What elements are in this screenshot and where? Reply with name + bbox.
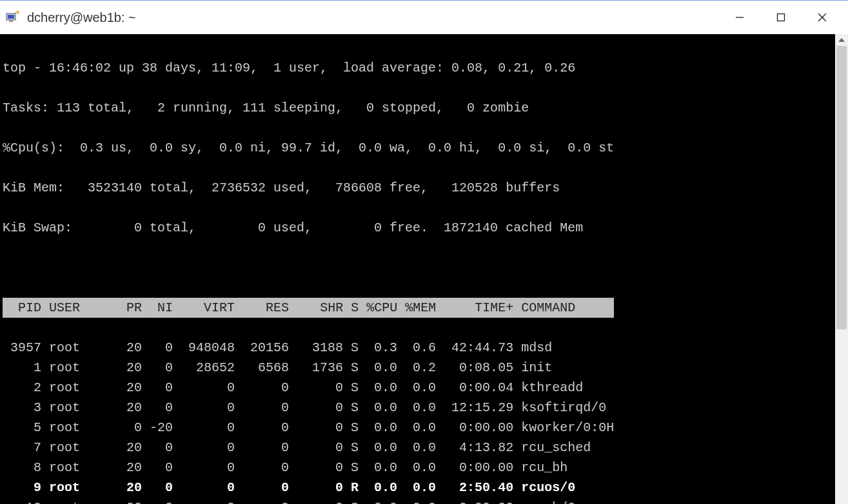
table-row: 7 root 20 0 0 0 0 S 0.0 0.0 4:13.82 rcu_… (3, 438, 833, 458)
svg-rect-4 (778, 14, 785, 21)
col-pid: PID (3, 300, 41, 315)
summary-line-5: KiB Swap: 0 total, 0 used, 0 free. 18721… (3, 218, 833, 238)
col-shr: SHR (289, 300, 343, 315)
titlebar: dcherry@web1b: ~ (0, 1, 848, 34)
scrollbar-up-arrow[interactable] (835, 34, 848, 46)
table-row: 9 root 20 0 0 0 0 R 0.0 0.0 2:50.40 rcuo… (3, 478, 833, 498)
table-row: 3957 root 20 0 948048 20156 3188 S 0.3 0… (3, 338, 833, 358)
close-button[interactable] (802, 3, 843, 32)
col-mem: %MEM (397, 300, 436, 315)
summary-line-4: KiB Mem: 3523140 total, 2736532 used, 78… (3, 178, 833, 198)
table-row: 8 root 20 0 0 0 0 S 0.0 0.0 0:00.00 rcu_… (3, 458, 833, 478)
terminal[interactable]: top - 16:46:02 up 38 days, 11:09, 1 user… (0, 34, 835, 504)
table-row: 10 root 20 0 0 0 0 S 0.0 0.0 0:00.00 rcu… (3, 498, 833, 504)
col-cmd: COMMAND (513, 300, 614, 315)
column-header-row: PID USER PR NI VIRT RES SHR S %CPU %MEM … (3, 298, 833, 318)
table-row: 3 root 20 0 0 0 0 S 0.0 0.0 12:15.29 kso… (3, 398, 833, 418)
window-controls (719, 3, 843, 32)
blank-line (3, 258, 833, 278)
col-time: TIME+ (436, 300, 513, 315)
summary-line-1: top - 16:46:02 up 38 days, 11:09, 1 user… (3, 58, 833, 78)
window-title: dcherry@web1b: ~ (27, 10, 719, 25)
putty-icon (5, 10, 21, 25)
col-res: RES (235, 300, 289, 315)
table-row: 5 root 0 -20 0 0 0 S 0.0 0.0 0:00.00 kwo… (3, 418, 833, 438)
scrollbar[interactable] (835, 34, 848, 504)
svg-rect-2 (9, 21, 13, 22)
col-ni: NI (142, 300, 173, 315)
minimize-button[interactable] (719, 3, 760, 32)
maximize-button[interactable] (760, 3, 802, 32)
summary-line-3: %Cpu(s): 0.3 us, 0.0 sy, 0.0 ni, 99.7 id… (3, 138, 833, 158)
scrollbar-thumb[interactable] (836, 46, 847, 329)
table-row: 1 root 20 0 28652 6568 1736 S 0.0 0.2 0:… (3, 358, 833, 378)
svg-rect-1 (8, 15, 14, 19)
summary-line-2: Tasks: 113 total, 2 running, 111 sleepin… (3, 98, 833, 118)
col-cpu: %CPU (359, 300, 397, 315)
col-s: S (351, 300, 359, 315)
col-pr: PR (119, 300, 142, 315)
process-list: 3957 root 20 0 948048 20156 3188 S 0.3 0… (3, 338, 833, 504)
col-user: USER (49, 300, 119, 315)
table-row: 2 root 20 0 0 0 0 S 0.0 0.0 0:00.04 kthr… (3, 378, 833, 398)
col-virt: VIRT (173, 300, 235, 315)
